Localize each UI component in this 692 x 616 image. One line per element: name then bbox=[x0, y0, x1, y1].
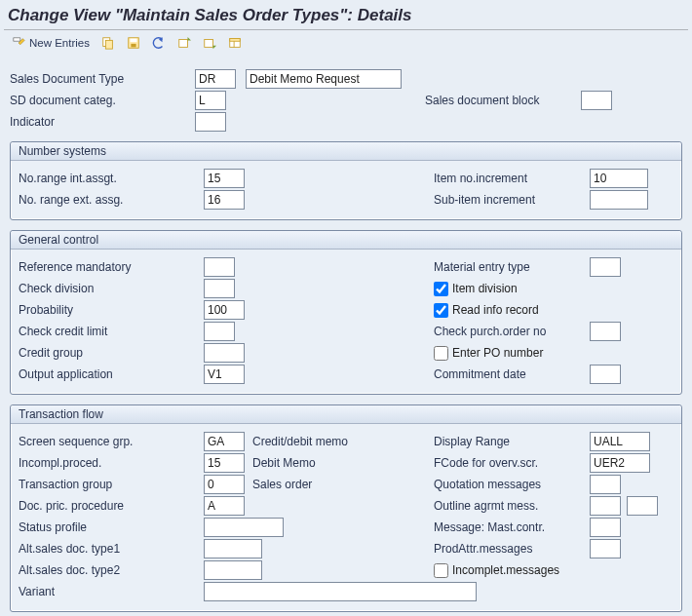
item-incr-input[interactable] bbox=[590, 169, 648, 188]
toolbar-copy-button[interactable] bbox=[97, 34, 119, 52]
sales-block-input[interactable] bbox=[581, 91, 612, 110]
read-info-label: Read info record bbox=[452, 303, 539, 317]
toolbar: New Entries bbox=[0, 30, 692, 59]
trans-group-label: Transaction group bbox=[19, 478, 204, 491]
fcode-input[interactable] bbox=[590, 453, 650, 473]
status-prof-input[interactable] bbox=[204, 518, 284, 537]
transaction-flow-group: Transaction flow Screen sequence grp. Cr… bbox=[10, 404, 682, 612]
svg-rect-8 bbox=[230, 39, 241, 42]
transaction-flow-title: Transaction flow bbox=[11, 405, 681, 424]
screen-seq-label: Screen sequence grp. bbox=[19, 435, 204, 448]
incompl-msg-checkbox[interactable] bbox=[434, 563, 448, 578]
check-div-input[interactable] bbox=[204, 279, 235, 298]
alt-sales2-label: Alt.sales doc. type2 bbox=[19, 563, 204, 577]
probability-label: Probability bbox=[19, 303, 204, 317]
prod-attr-input[interactable] bbox=[590, 539, 621, 558]
output-app-input[interactable] bbox=[204, 365, 245, 384]
display-range-input[interactable] bbox=[590, 432, 650, 451]
toolbar-layout-button[interactable] bbox=[224, 34, 246, 52]
mast-contr-label: Message: Mast.contr. bbox=[434, 520, 590, 534]
variant-input[interactable] bbox=[204, 582, 477, 601]
outline-input-2[interactable] bbox=[627, 496, 658, 516]
credit-group-input[interactable] bbox=[204, 343, 245, 363]
ref-mand-label: Reference mandatory bbox=[19, 260, 204, 274]
check-div-label: Check division bbox=[19, 282, 204, 295]
prod-attr-label: ProdAttr.messages bbox=[434, 542, 590, 556]
svg-rect-1 bbox=[105, 40, 112, 49]
indicator-label: Indicator bbox=[10, 115, 195, 129]
check-po-input[interactable] bbox=[590, 322, 621, 341]
quot-msg-label: Quotation messages bbox=[434, 478, 590, 491]
copy-icon bbox=[101, 36, 115, 50]
output-app-label: Output application bbox=[19, 367, 204, 381]
number-systems-title: Number systems bbox=[11, 142, 681, 161]
item-incr-label: Item no.increment bbox=[434, 172, 590, 185]
incompl-desc: Debit Memo bbox=[252, 456, 316, 470]
item-div-label: Item division bbox=[452, 282, 518, 295]
item-div-checkbox[interactable] bbox=[434, 282, 448, 296]
toolbar-next-button[interactable] bbox=[199, 34, 220, 52]
status-prof-label: Status profile bbox=[19, 520, 204, 534]
sales-doc-type-input[interactable] bbox=[195, 69, 236, 89]
general-control-group: General control Reference mandatory Mate… bbox=[10, 230, 682, 395]
svg-rect-5 bbox=[179, 40, 188, 48]
trans-group-desc: Sales order bbox=[252, 478, 312, 491]
alt-sales1-label: Alt.sales doc. type1 bbox=[19, 542, 204, 556]
number-systems-group: Number systems No.range int.assgt. Item … bbox=[10, 141, 682, 220]
check-credit-label: Check credit limit bbox=[19, 325, 204, 338]
alt-sales1-input[interactable] bbox=[204, 539, 262, 558]
doc-pric-label: Doc. pric. procedure bbox=[19, 499, 204, 513]
alt-sales2-input[interactable] bbox=[204, 560, 262, 580]
no-range-ext-label: No. range ext. assg. bbox=[19, 193, 204, 207]
sales-doc-type-desc-input[interactable] bbox=[246, 69, 402, 89]
toolbar-save-button[interactable] bbox=[123, 34, 144, 52]
quot-msg-input[interactable] bbox=[590, 475, 621, 494]
sales-block-label: Sales document block bbox=[425, 94, 581, 107]
incompl-input[interactable] bbox=[204, 453, 245, 473]
enter-po-checkbox[interactable] bbox=[434, 346, 448, 361]
no-range-int-input[interactable] bbox=[204, 169, 245, 188]
outline-input-1[interactable] bbox=[590, 496, 621, 516]
toolbar-prev-button[interactable] bbox=[173, 34, 195, 52]
top-fields: Sales Document Type SD document categ. S… bbox=[10, 63, 682, 132]
incompl-msg-label: Incomplet.messages bbox=[452, 563, 559, 577]
page-title: Change View "Maintain Sales Order Types"… bbox=[0, 0, 692, 29]
check-po-label: Check purch.order no bbox=[434, 325, 590, 338]
check-credit-input[interactable] bbox=[204, 322, 235, 341]
sub-item-incr-input[interactable] bbox=[590, 190, 648, 210]
mat-entry-label: Material entry type bbox=[434, 260, 590, 274]
indicator-input[interactable] bbox=[195, 112, 226, 132]
table-prev-icon bbox=[177, 36, 191, 50]
variant-label: Variant bbox=[19, 585, 204, 598]
svg-rect-3 bbox=[131, 39, 137, 43]
fcode-label: FCode for overv.scr. bbox=[434, 456, 590, 470]
ref-mand-input[interactable] bbox=[204, 257, 235, 277]
no-range-ext-input[interactable] bbox=[204, 190, 245, 210]
undo-icon bbox=[152, 36, 166, 50]
commit-date-input[interactable] bbox=[590, 365, 621, 384]
mat-entry-input[interactable] bbox=[590, 257, 621, 277]
probability-input[interactable] bbox=[204, 300, 245, 320]
read-info-checkbox[interactable] bbox=[434, 303, 448, 318]
trans-group-input[interactable] bbox=[204, 475, 245, 494]
sd-doc-categ-input[interactable] bbox=[195, 91, 226, 110]
mast-contr-input[interactable] bbox=[590, 518, 621, 537]
toolbar-toggle-button[interactable]: New Entries bbox=[8, 34, 94, 52]
svg-rect-4 bbox=[131, 44, 135, 48]
no-range-int-label: No.range int.assgt. bbox=[19, 172, 204, 185]
pencil-checklist-icon bbox=[12, 36, 25, 50]
content-area: Sales Document Type SD document categ. S… bbox=[0, 59, 692, 616]
toolbar-undo-button[interactable] bbox=[148, 34, 170, 52]
outline-label: Outline agrmt mess. bbox=[434, 499, 590, 513]
save-icon bbox=[127, 36, 140, 50]
screen-seq-input[interactable] bbox=[204, 432, 245, 451]
sub-item-incr-label: Sub-item increment bbox=[434, 193, 590, 207]
screen-seq-desc: Credit/debit memo bbox=[252, 435, 348, 448]
sales-doc-type-label: Sales Document Type bbox=[10, 72, 195, 86]
general-control-title: General control bbox=[11, 231, 681, 250]
layout-icon bbox=[228, 36, 242, 50]
doc-pric-input[interactable] bbox=[204, 496, 245, 516]
toolbar-toggle-label: New Entries bbox=[29, 37, 90, 49]
sd-doc-categ-label: SD document categ. bbox=[10, 94, 195, 107]
incompl-label: Incompl.proced. bbox=[19, 456, 204, 470]
